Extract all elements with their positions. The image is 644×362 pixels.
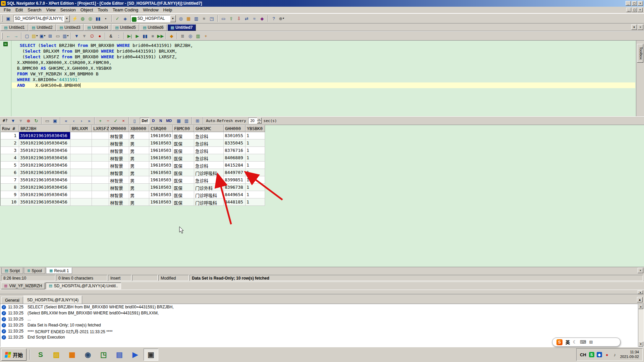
prior-record-icon[interactable]: ‹ bbox=[70, 117, 77, 124]
data-cell[interactable]: 医保 bbox=[173, 176, 194, 184]
data-cell[interactable]: 8376716 bbox=[224, 147, 246, 154]
data-cell[interactable]: 350102196105030456 bbox=[19, 184, 70, 191]
columns-layout-icon[interactable]: ▥▾ bbox=[62, 32, 69, 40]
data-cell[interactable]: 19610503 bbox=[149, 176, 173, 184]
show-sql-icon[interactable]: ▯ bbox=[130, 117, 138, 124]
data-cell[interactable]: 19610503 bbox=[149, 139, 173, 147]
taskbar-clock[interactable]: 11:34 2021-09-02 bbox=[620, 350, 639, 359]
find-objects-icon[interactable]: ◎ bbox=[177, 15, 185, 22]
stop-open-requests-icon[interactable]: ▪ bbox=[102, 15, 110, 22]
data-cell[interactable]: 19610503 bbox=[149, 147, 173, 154]
data-cell[interactable]: 1 bbox=[246, 191, 265, 198]
data-cell[interactable]: 林智景 bbox=[109, 169, 129, 176]
spinner-up-icon[interactable]: ▴ bbox=[257, 118, 262, 121]
data-cell[interactable]: 19610503 bbox=[149, 191, 173, 198]
data-cell[interactable]: 19610503 bbox=[149, 169, 173, 176]
data-cell[interactable]: 19610503 bbox=[149, 198, 173, 206]
data-cell[interactable]: 350102196105030456 bbox=[19, 154, 70, 162]
data-cell[interactable]: 350102196105030456 bbox=[19, 198, 70, 206]
app-grid-launcher-icon[interactable]: ▦ bbox=[65, 349, 79, 361]
data-cell[interactable]: 350102196105030456 bbox=[19, 132, 70, 139]
customize-toolbar-icon[interactable]: ⊕▾ bbox=[278, 15, 285, 22]
ime-keyboard-icon[interactable]: ⌨ bbox=[580, 340, 586, 345]
save-all-icon[interactable]: ⊞ bbox=[46, 32, 54, 40]
column-header-ghksmc[interactable]: GHKSMC bbox=[194, 125, 224, 132]
chevron-down-icon[interactable]: ▾ bbox=[67, 35, 68, 37]
column-header-xm0000[interactable]: XM0000 bbox=[109, 125, 129, 132]
data-cell[interactable]: 8406889 bbox=[224, 154, 246, 162]
output-tab-sd-hospital-fjlnyy-4-[interactable]: SD_HOSPITAL@FJLNYY(4) bbox=[23, 296, 82, 304]
chevron-down-icon[interactable]: ▾ bbox=[36, 35, 38, 37]
save-data-icon[interactable]: ▣ bbox=[51, 117, 59, 124]
data-cell[interactable] bbox=[70, 162, 92, 169]
menu-item-window[interactable]: Window bbox=[141, 7, 161, 13]
data-cell[interactable]: 1 bbox=[246, 162, 265, 169]
data-cell[interactable]: 男 bbox=[129, 162, 149, 169]
stop-execution-icon[interactable]: ■ bbox=[149, 32, 157, 40]
grid-mode-toggle-d[interactable]: D bbox=[150, 118, 157, 124]
column-header-row[interactable]: Row # bbox=[1, 125, 19, 132]
column-header-ghh000[interactable]: GHH000 bbox=[224, 125, 246, 132]
grid-mode-toggle-md[interactable]: MD bbox=[165, 118, 173, 124]
data-cell[interactable] bbox=[92, 154, 109, 162]
connection-combobox[interactable]: SD_HOSPITAL@FJLNYY( ▼ bbox=[13, 15, 70, 22]
data-cell[interactable]: 医保 bbox=[173, 198, 194, 206]
spinner-down-icon[interactable]: ▾ bbox=[257, 121, 262, 124]
data-cell[interactable]: 男 bbox=[129, 154, 149, 162]
last-record-icon[interactable]: » bbox=[85, 117, 93, 124]
edit-data-icon[interactable]: ▥ bbox=[193, 15, 200, 22]
data-cell[interactable]: 8449654 bbox=[224, 191, 246, 198]
data-cell[interactable]: 林智景 bbox=[109, 191, 129, 198]
spool-output-icon[interactable]: ≣ bbox=[179, 32, 186, 40]
data-cell[interactable]: 林智景 bbox=[109, 132, 129, 139]
grid-mode-toggle-def[interactable]: Def bbox=[140, 118, 149, 124]
menu-item-search[interactable]: Search bbox=[25, 7, 44, 13]
run-report-icon[interactable]: + bbox=[202, 32, 210, 40]
chevron-down-icon[interactable]: ▾ bbox=[283, 17, 284, 20]
data-cell[interactable]: 男 bbox=[129, 139, 149, 147]
nav-forward-icon[interactable]: → bbox=[12, 32, 20, 40]
sqlnav-home-icon[interactable]: ◍ bbox=[79, 15, 87, 22]
save-icon[interactable]: ▣▾ bbox=[39, 32, 46, 40]
ime-language-tray-indicator[interactable]: CH bbox=[580, 352, 586, 357]
data-cell[interactable]: 医保 bbox=[173, 154, 194, 162]
data-cell[interactable]: 1 bbox=[246, 176, 265, 184]
data-cell[interactable]: 急诊科 bbox=[194, 139, 224, 147]
record-view-icon[interactable]: ▥ bbox=[182, 117, 190, 124]
toggle-output-icon[interactable]: ▥ bbox=[194, 32, 202, 40]
data-cell[interactable]: 男 bbox=[129, 198, 149, 206]
data-cell[interactable] bbox=[92, 198, 109, 206]
output-viewer-icon[interactable]: ▭ bbox=[220, 15, 227, 22]
open-file-icon[interactable]: ▤▾ bbox=[31, 32, 39, 40]
data-cell[interactable]: 男 bbox=[129, 184, 149, 191]
document-tab-untitled1[interactable]: ▤Untitled1 bbox=[1, 24, 28, 31]
data-cell[interactable]: 林智景 bbox=[109, 154, 129, 162]
scroll-down-icon[interactable]: ▼ bbox=[638, 342, 643, 347]
data-cell[interactable] bbox=[92, 162, 109, 169]
windows-launcher-icon[interactable]: ◳ bbox=[96, 349, 111, 361]
pause-execution-icon[interactable]: ▮▮ bbox=[141, 32, 149, 40]
output-log[interactable]: i11:33:25SELECT (Select BRZJBH from BM_B… bbox=[0, 304, 644, 347]
data-cell[interactable]: 男 bbox=[129, 176, 149, 184]
filter-data-icon[interactable]: ▼ bbox=[9, 117, 17, 124]
data-cell[interactable]: 男 bbox=[129, 191, 149, 198]
menu-item-edit[interactable]: Edit bbox=[13, 7, 25, 13]
close-document-button[interactable]: × bbox=[638, 24, 643, 30]
schema-combobox[interactable]: SD_HOSPITAL ▼ bbox=[130, 15, 176, 22]
bottom-tab-result-1[interactable]: ▦Result 1 bbox=[46, 267, 72, 274]
bottom-tab-script[interactable]: ▤Script bbox=[1, 267, 23, 274]
data-cell[interactable]: 1 bbox=[246, 132, 265, 139]
code-analysis-icon[interactable]: ◎ bbox=[186, 32, 194, 40]
chevron-down-icon[interactable]: ▼ bbox=[64, 15, 70, 22]
open-editor-window-icon[interactable]: ◳ bbox=[208, 15, 216, 22]
minimize-button[interactable]: _ bbox=[626, 1, 631, 6]
toolbar-grip[interactable] bbox=[2, 15, 3, 22]
data-cell[interactable]: 林智景 bbox=[109, 162, 129, 169]
data-cell[interactable]: 男 bbox=[129, 147, 149, 154]
data-cell[interactable] bbox=[92, 132, 109, 139]
print-icon[interactable]: ▭ bbox=[54, 32, 62, 40]
data-cell[interactable]: 林智景 bbox=[109, 198, 129, 206]
execute-on-server-icon[interactable]: ⚡ bbox=[71, 15, 79, 22]
column-header-csrq00[interactable]: CSRQ00 bbox=[149, 125, 173, 132]
window-tab-vw-yf-mzbrzh[interactable]: ▦VW_YF_MZBRZH bbox=[1, 283, 45, 289]
